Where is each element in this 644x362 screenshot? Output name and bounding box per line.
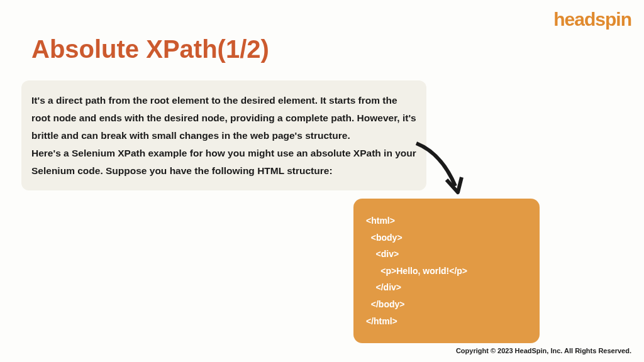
code-line: </div>: [366, 279, 527, 296]
description-text: It's a direct path from the root element…: [31, 92, 416, 179]
code-line: <html>: [366, 212, 527, 229]
code-line: </body>: [366, 296, 527, 313]
code-line: <body>: [366, 229, 527, 246]
code-line: <div>: [366, 246, 527, 263]
arrow-icon: [411, 141, 468, 199]
code-line: </html>: [366, 313, 527, 330]
code-line: <p>Hello, world!</p>: [366, 263, 527, 280]
brand-logo: headspin: [553, 9, 631, 30]
description-box: It's a direct path from the root element…: [21, 80, 426, 190]
code-snippet-box: <html> <body> <div> <p>Hello, world!</p>…: [353, 199, 540, 343]
copyright-footer: Copyright © 2023 HeadSpin, Inc. All Righ…: [456, 347, 631, 354]
slide-title: Absolute XPath(1/2): [31, 35, 269, 63]
